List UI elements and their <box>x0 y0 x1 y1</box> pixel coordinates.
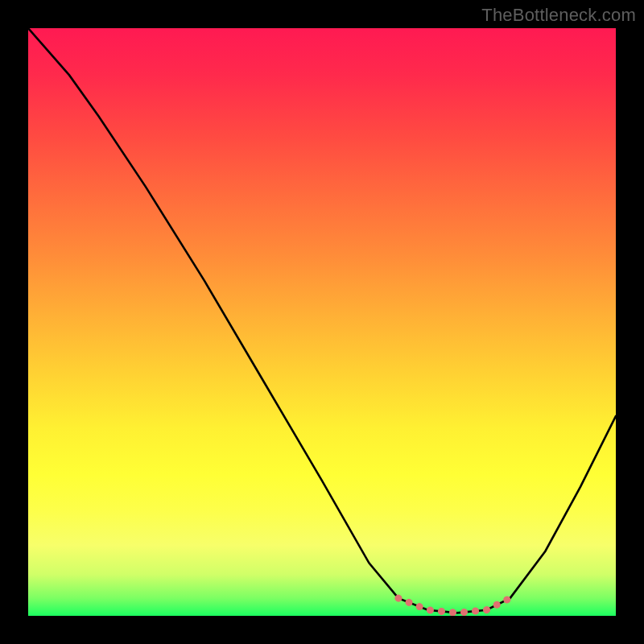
watermark-label: TheBottleneck.com <box>481 5 636 26</box>
chart-container: TheBottleneck.com <box>0 0 644 644</box>
chart-svg <box>28 28 616 616</box>
plot-area <box>28 28 616 616</box>
bottleneck-curve <box>28 28 616 613</box>
